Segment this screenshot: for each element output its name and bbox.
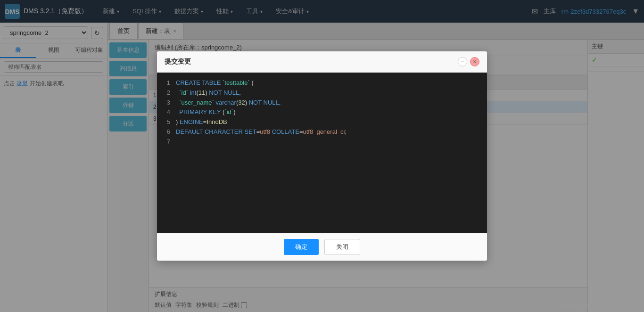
modal-close-button[interactable]: × — [470, 57, 479, 66]
close-icon: × — [473, 58, 476, 65]
modal-header: 提交变更 − × — [157, 51, 487, 73]
modal-controls: − × — [458, 57, 479, 66]
modal-body: 1 CREATE TABLE `testtable` ( 2 `id` int(… — [157, 73, 487, 233]
minimize-icon: − — [461, 58, 464, 65]
modal-overlay[interactable]: 提交变更 − × 1 CREATE TABLE `testtable` ( 2 … — [0, 0, 644, 312]
commit-changes-modal: 提交变更 − × 1 CREATE TABLE `testtable` ( 2 … — [157, 51, 487, 261]
modal-minimize-button[interactable]: − — [458, 57, 467, 66]
modal-title: 提交变更 — [165, 57, 191, 66]
sql-line-3: 3 `user_name` varchar(32) NOT NULL, — [163, 98, 481, 108]
sql-line-7: 7 — [163, 137, 481, 147]
sql-line-5: 5 ) ENGINE=InnoDB — [163, 117, 481, 127]
sql-line-6: 6 DEFAULT CHARACTER SET=utf8 COLLATE=utf… — [163, 127, 481, 137]
sql-line-4: 4 PRIMARY KEY (`id`) — [163, 107, 481, 117]
sql-editor[interactable]: 1 CREATE TABLE `testtable` ( 2 `id` int(… — [157, 73, 487, 233]
sql-line-2: 2 `id` int(11) NOT NULL, — [163, 88, 481, 98]
confirm-button[interactable]: 确定 — [284, 239, 319, 255]
watermark: http://blog.csdn.net/m0_38021128 — [560, 303, 638, 308]
cancel-button[interactable]: 关闭 — [324, 239, 360, 255]
modal-footer: 确定 关闭 — [157, 233, 487, 261]
sql-line-1: 1 CREATE TABLE `testtable` ( — [163, 78, 481, 88]
